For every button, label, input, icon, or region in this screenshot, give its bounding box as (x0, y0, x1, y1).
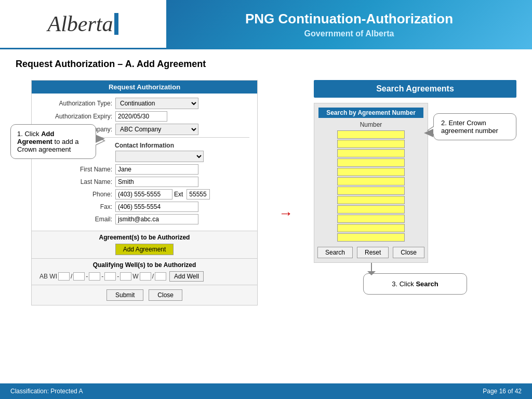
number-label: Number (318, 121, 423, 128)
last-name-label: Last Name: (39, 178, 112, 185)
right-arrow-icon: → (278, 205, 293, 222)
header-sub-title: Government of Alberta (304, 29, 394, 38)
page-title: Request Authorization – A. Add Agreement (0, 49, 532, 75)
well-input-5[interactable] (120, 272, 131, 281)
form-body: Authorization Type: Continuation Authori… (32, 94, 257, 231)
arrow-container: → (278, 80, 293, 305)
header-title-area: PNG Continuation-Authorization Governmen… (166, 0, 532, 49)
last-name-row: Last Name: (39, 177, 249, 187)
header-logo: Alberta (0, 0, 166, 49)
callout-3-prefix: 3. Click (392, 280, 416, 288)
add-agreement-button[interactable]: Add Agreement (115, 244, 174, 255)
callout-1: 1. Click Add Agreement to add a Crown ag… (10, 124, 96, 159)
form-panel: 1. Click Add Agreement to add a Crown ag… (16, 80, 258, 305)
fax-label: Fax: (39, 203, 112, 210)
first-name-input[interactable] (115, 164, 198, 175)
callout-3-bold: Search (416, 280, 438, 288)
search-box: Search by Agreement Number Number (314, 103, 428, 263)
auth-type-select[interactable]: Continuation (115, 98, 198, 109)
footer: Classification: Protected A Page 16 of 4… (0, 383, 532, 399)
submit-button[interactable]: Submit (107, 289, 143, 301)
req-company-select[interactable]: ABC Company (115, 124, 198, 135)
logo-bar (114, 13, 118, 35)
form-header: Request Authorization (32, 81, 257, 94)
callout-2-wrapper: 2. Enter Crown agreement number (433, 113, 516, 263)
well-input-3[interactable] (89, 272, 100, 281)
callout-3-area: 3. Click Search (314, 268, 516, 295)
agreements-section: Agreement(s) to be Authorized Add Agreem… (32, 231, 257, 258)
well-input-7[interactable] (155, 272, 166, 281)
number-input-6[interactable] (337, 177, 405, 185)
ext-label: Ext (174, 191, 183, 198)
wells-section: Qualifying Well(s) to be Authorized AB W… (32, 258, 257, 285)
callout-3-arrow-icon (367, 271, 376, 275)
footer-page: Page 16 of 42 (483, 388, 522, 395)
number-input-12[interactable] (337, 233, 405, 242)
close-search-button[interactable]: Close (393, 247, 424, 258)
agreements-header: Agreement(s) to be Authorized (39, 234, 249, 241)
fax-row: Fax: (39, 202, 249, 212)
search-area: Search Agreements Search by Agreement Nu… (314, 80, 516, 305)
callout-3: 3. Click Search (363, 273, 467, 295)
well-input-2[interactable] (73, 272, 85, 281)
main-content: 1. Click Add Agreement to add a Crown ag… (0, 75, 532, 311)
number-input-4[interactable] (337, 158, 405, 167)
number-input-11[interactable] (337, 224, 405, 232)
auth-expiry-label: Authorization Expiry: (39, 113, 112, 120)
callout-1-prefix: 1. Click (17, 130, 41, 138)
phone-input[interactable] (115, 189, 172, 200)
auth-expiry-input[interactable] (115, 111, 167, 122)
fax-input[interactable] (115, 202, 198, 212)
email-row: Email: (39, 214, 249, 224)
number-input-3[interactable] (337, 149, 405, 157)
well-input-4[interactable] (104, 272, 116, 281)
last-name-input[interactable] (115, 177, 198, 187)
search-buttons: Search Reset Close (318, 247, 423, 258)
add-well-button[interactable]: Add Well (169, 271, 204, 282)
header: Alberta PNG Continuation-Authorization G… (0, 0, 532, 49)
first-name-row: First Name: (39, 164, 249, 175)
form-container: Request Authorization Authorization Type… (31, 80, 258, 305)
footer-classification: Classification: Protected A (10, 388, 83, 395)
email-input[interactable] (115, 214, 198, 224)
logo-text: Alberta (48, 11, 113, 36)
number-input-9[interactable] (337, 205, 405, 214)
auth-type-label: Authorization Type: (39, 100, 112, 107)
first-name-label: First Name: (39, 166, 112, 173)
reset-button[interactable]: Reset (357, 247, 389, 258)
search-agreements-header: Search Agreements (314, 80, 516, 98)
well-input-6[interactable] (140, 272, 151, 281)
callout-2: 2. Enter Crown agreement number (433, 113, 516, 140)
search-button[interactable]: Search (317, 247, 353, 258)
contact-select[interactable] (115, 151, 204, 162)
wells-header: Qualifying Well(s) to be Authorized (39, 261, 249, 269)
number-input-5[interactable] (337, 168, 405, 176)
wells-row: AB WI / - - - W / Add Well (39, 271, 249, 282)
ab-wi-label: AB WI (39, 273, 57, 280)
well-input-1[interactable] (58, 272, 70, 281)
phone-row: Phone: Ext (39, 189, 249, 200)
number-input-2[interactable] (337, 140, 405, 148)
ext-input[interactable] (187, 189, 210, 200)
auth-expiry-row: Authorization Expiry: (39, 111, 249, 122)
auth-type-row: Authorization Type: Continuation (39, 98, 249, 109)
number-inputs (318, 130, 423, 242)
email-label: Email: (39, 216, 112, 223)
close-button[interactable]: Close (149, 289, 182, 301)
number-input-8[interactable] (337, 196, 405, 204)
number-input-7[interactable] (337, 187, 405, 195)
search-and-callout: Search by Agreement Number Number (314, 103, 516, 263)
search-by-header: Search by Agreement Number (318, 108, 423, 118)
phone-label: Phone: (39, 191, 112, 198)
form-buttons: Submit Close (32, 285, 257, 305)
number-input-10[interactable] (337, 215, 405, 223)
header-main-title: PNG Continuation-Authorization (245, 11, 453, 27)
number-input-1[interactable] (337, 130, 405, 139)
